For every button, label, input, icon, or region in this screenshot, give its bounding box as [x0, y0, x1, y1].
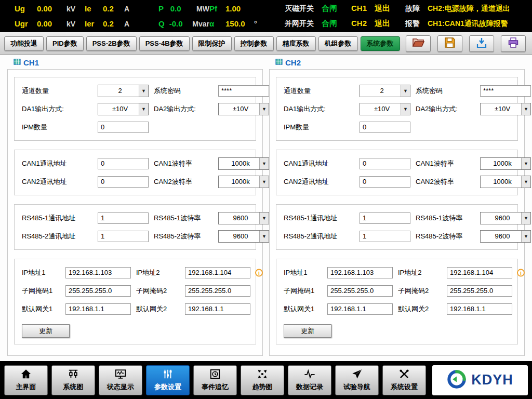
subnet-mask-1-field	[65, 285, 131, 297]
can2-baudrate-select[interactable]: 1000k▼	[218, 176, 269, 188]
info-icon[interactable]: i	[255, 269, 263, 276]
measurement-value: 0.0	[170, 4, 193, 13]
default-gateway-2-input[interactable]	[185, 303, 250, 315]
default-gateway-1-input[interactable]	[327, 303, 393, 315]
ip-address-1-label: IP地址1	[22, 268, 60, 277]
tab-unit-params[interactable]: 机组参数	[318, 36, 358, 51]
nav-trend-chart-button[interactable]: 趋势图	[241, 365, 284, 395]
update-button[interactable]: 更新	[22, 324, 70, 338]
chevron-down-icon: ▼	[259, 103, 269, 115]
tab-bar: 功能投退 PID参数 PSS-2B参数 PSS-4B参数 限制保护 控制参数 精…	[0, 32, 532, 55]
ipm-count-input[interactable]	[360, 122, 410, 133]
chevron-down-icon: ▼	[521, 103, 530, 115]
system-password-input[interactable]	[480, 85, 531, 97]
system-password-field	[480, 85, 531, 97]
tab-function-toggle[interactable]: 功能投退	[4, 36, 44, 51]
save-button[interactable]	[437, 35, 462, 52]
panel-title: CH2	[275, 58, 525, 67]
rs485-1-baudrate-select[interactable]: 9600▼	[480, 212, 531, 224]
nav-system-settings-button[interactable]: 系统设置	[382, 365, 426, 395]
nav-param-settings-button[interactable]: 参数设置	[146, 365, 190, 395]
can2-baudrate-selected-value: 1000k	[484, 178, 521, 185]
ch1-status: CH1 退出	[351, 4, 405, 14]
tab-limit-protection[interactable]: 限制保护	[192, 36, 232, 51]
ipm-count-input[interactable]	[98, 122, 149, 133]
tab-precision-coeff[interactable]: 精度系数	[276, 36, 316, 51]
can2-baudrate-select[interactable]: 1000k▼	[480, 176, 531, 188]
ipm-count-field	[98, 122, 149, 133]
rs485-1-address-input[interactable]	[360, 212, 410, 224]
rs485-2-baudrate-select[interactable]: 9600▼	[480, 230, 531, 243]
da2-output-mode-label: DA2输出方式:	[154, 104, 213, 114]
ip-address-2-input[interactable]	[185, 267, 250, 278]
panel-box: 通道数量2▼系统密码DA1输出方式:±10V▼DA2输出方式:±10V▼IPM数…	[269, 69, 525, 356]
measurement-unit: kV	[66, 20, 75, 28]
nav-data-record-button[interactable]: 数据记录	[288, 365, 331, 395]
tab-system-params[interactable]: 系统参数	[361, 36, 400, 51]
can2-address-input[interactable]	[98, 176, 149, 188]
rs485-2-address-input[interactable]	[360, 231, 410, 242]
rs485-1-baudrate-label: RS485-1波特率	[154, 214, 213, 223]
switch-label: 灭磁开关	[285, 4, 318, 14]
field-row: DA1输出方式:±10V▼DA2输出方式:±10V▼	[22, 100, 248, 118]
rs485-1-baudrate-select[interactable]: 9600▼	[218, 212, 269, 224]
subnet-mask-2-input[interactable]	[447, 285, 512, 297]
subnet-mask-2-input[interactable]	[185, 285, 250, 297]
nav-system-diagram-button[interactable]: 系统图	[51, 365, 95, 395]
update-button[interactable]: 更新	[284, 324, 331, 338]
channel-count-select[interactable]: 2▼	[360, 85, 410, 97]
da2-output-mode-select[interactable]: ±10V▼	[218, 103, 269, 115]
ipm-count-field	[360, 122, 410, 133]
tab-pss4b-params[interactable]: PSS-4B参数	[139, 36, 190, 51]
switch-value: 合闸	[322, 4, 337, 14]
default-gateway-2-input[interactable]	[447, 303, 512, 315]
ip-address-2-input[interactable]	[447, 267, 512, 278]
subnet-mask-1-input[interactable]	[327, 285, 393, 297]
can2-address-input[interactable]	[360, 176, 410, 188]
rs485-2-baudrate-select[interactable]: 9600▼	[218, 230, 269, 243]
info-icon[interactable]: i	[517, 269, 525, 276]
nav-event-recall-button[interactable]: 事件追忆	[193, 365, 237, 395]
rs485-1-baudrate-label: RS485-1波特率	[416, 214, 475, 223]
channel-count-select[interactable]: 2▼	[98, 85, 149, 97]
rs485-1-address-input[interactable]	[98, 212, 149, 224]
tab-pid-params[interactable]: PID参数	[46, 36, 84, 51]
print-button[interactable]	[501, 35, 526, 52]
nav-status-display-button[interactable]: 状态显示	[99, 365, 142, 395]
can1-baudrate-select[interactable]: 1000k▼	[480, 157, 531, 170]
can2-baudrate-selected-value: 1000k	[222, 178, 259, 185]
subnet-mask-1-input[interactable]	[65, 285, 131, 297]
can1-address-label: CAN1通讯地址	[22, 159, 92, 168]
ip-address-1-input[interactable]	[327, 267, 393, 278]
nav-home-button[interactable]: 主界面	[4, 365, 48, 395]
channel-count-selected-value: 2	[101, 87, 139, 95]
nav-label: 趋势图	[252, 382, 273, 392]
system-password-input[interactable]	[218, 85, 269, 97]
system-password-field	[218, 85, 269, 97]
da1-output-mode-select[interactable]: ±10V▼	[360, 103, 410, 115]
can1-address-input[interactable]	[360, 158, 410, 169]
can1-baudrate-select[interactable]: 1000k▼	[218, 157, 269, 170]
da2-output-mode-select[interactable]: ±10V▼	[480, 103, 531, 115]
tab-control-params[interactable]: 控制参数	[234, 36, 274, 51]
can1-baudrate-selected-value: 1000k	[484, 159, 521, 167]
default-gateway-1-input[interactable]	[65, 303, 131, 315]
tab-pss2b-params[interactable]: PSS-2B参数	[86, 36, 137, 51]
subnet-mask-2-field	[447, 285, 512, 297]
status-topbar: Ug 0.00 kV Ie 0.2 A P 0.0 MW Pf 1.00 灭磁开…	[0, 0, 532, 32]
panel-title: CH1	[14, 58, 263, 67]
chevron-down-icon: ▼	[259, 158, 269, 169]
panel-title-text: CH1	[23, 58, 39, 67]
export-button[interactable]	[469, 35, 494, 52]
measurement-label: α	[209, 19, 222, 28]
field-row: DA1输出方式:±10V▼DA2输出方式:±10V▼	[284, 100, 510, 118]
ip-address-1-input[interactable]	[65, 267, 131, 278]
rs485-2-baudrate-selected-value: 9600	[222, 232, 259, 240]
nav-test-navigation-button[interactable]: 试验导航	[335, 365, 379, 395]
chevron-down-icon: ▼	[401, 85, 410, 97]
rs485-2-address-input[interactable]	[98, 231, 149, 242]
can1-address-input[interactable]	[98, 158, 149, 169]
da1-output-mode-select[interactable]: ±10V▼	[98, 103, 149, 115]
open-file-button[interactable]	[406, 35, 431, 52]
can2-address-label: CAN2通讯地址	[22, 177, 92, 187]
